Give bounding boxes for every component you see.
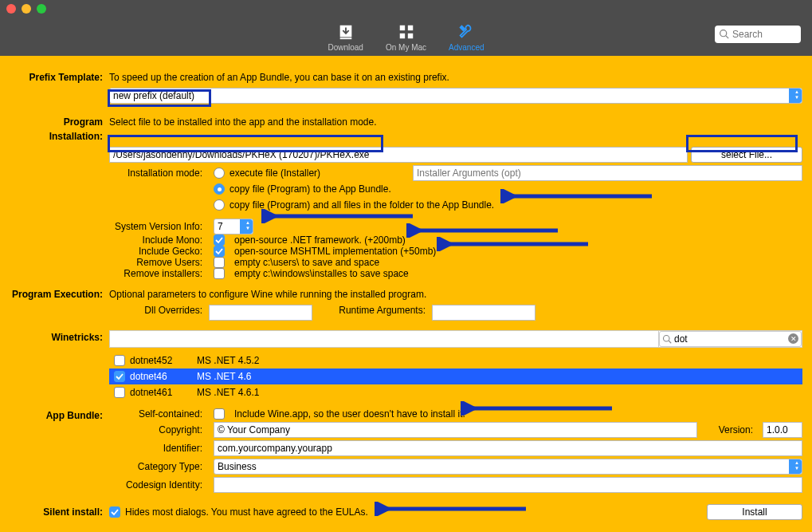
tab-on-my-mac-label: On My Mac	[386, 43, 426, 52]
identifier-label: Identifier:	[109, 443, 209, 454]
self-contained-label: Self-contained:	[109, 408, 209, 420]
winetricks-item-checkbox[interactable]	[114, 387, 125, 398]
grid-icon	[397, 22, 416, 41]
tab-download-label: Download	[328, 43, 363, 52]
toolbar: Download On My Mac Advanced	[0, 18, 812, 56]
window-titlebar	[0, 0, 812, 18]
mode-execute-radio[interactable]	[214, 167, 225, 179]
search-icon	[719, 29, 729, 39]
installer-args-input	[413, 165, 802, 181]
silent-install-text: Hides most dialogs. You must have agreed…	[125, 506, 368, 518]
remove-users-checkbox[interactable]	[214, 257, 225, 268]
codesign-label: Codesign Identity:	[109, 479, 209, 491]
winetricks-id: dotnet46	[130, 371, 197, 382]
main-panel: Prefix Template: To speed up the creatio…	[0, 56, 812, 532]
list-item[interactable]: dotnet461 MS .NET 4.6.1	[109, 384, 802, 400]
program-installation-label: Program Installation:	[10, 115, 109, 144]
svg-rect-1	[339, 37, 351, 39]
copyright-label: Copyright:	[109, 424, 209, 435]
list-item[interactable]: dotnet452 MS .NET 4.5.2	[109, 353, 802, 368]
winetricks-label: Winetricks:	[10, 330, 109, 345]
include-mono-checkbox[interactable]	[214, 234, 225, 246]
winetricks-id: dotnet452	[130, 355, 197, 366]
prefix-hint: To speed up the creation of an App Bundl…	[109, 70, 802, 85]
svg-point-8	[664, 336, 670, 342]
remove-installers-checkbox[interactable]	[214, 268, 225, 279]
mode-copy-radio[interactable]	[214, 183, 225, 195]
copyright-input[interactable]	[214, 422, 697, 438]
remove-installers-text: empty c:\windows\installes to save space	[234, 268, 409, 279]
clear-search-icon[interactable]: ✕	[788, 333, 798, 344]
tab-on-my-mac[interactable]: On My Mac	[386, 22, 426, 52]
minimize-window-button[interactable]	[22, 4, 31, 14]
install-button[interactable]: Install	[707, 504, 802, 520]
runtime-args-input[interactable]	[432, 305, 535, 321]
mode-copy-all-radio[interactable]	[214, 199, 225, 211]
category-select[interactable]: Business	[214, 459, 802, 475]
svg-rect-2	[399, 25, 404, 30]
prefix-template-select[interactable]: new prefix (default)	[109, 88, 802, 104]
mode-copy-all-label: copy file (Program) and all files in the…	[229, 199, 494, 211]
include-gecko-text: open-source MSHTML implementation (+50mb…	[234, 246, 436, 257]
include-gecko-label: Include Gecko:	[109, 246, 209, 257]
app-bundle-label: App Bundle:	[10, 408, 109, 423]
remove-users-text: empty c:\users\ to save and space	[234, 257, 379, 268]
mode-copy-label: copy file (Program) to the App Bundle.	[229, 183, 391, 195]
version-label: Version:	[702, 424, 758, 435]
tab-download[interactable]: Download	[328, 22, 363, 52]
download-icon	[336, 22, 355, 41]
prefix-template-label: Prefix Template:	[10, 70, 109, 85]
svg-rect-3	[407, 25, 412, 30]
winetricks-name: MS .NET 4.5.2	[197, 355, 259, 366]
category-label: Category Type:	[109, 461, 209, 472]
winetricks-items: dotnet452 MS .NET 4.5.2 dotnet46 MS .NET…	[109, 353, 802, 400]
svg-line-7	[726, 36, 728, 38]
self-contained-text: Include Wine.app, so the user doesn't ha…	[234, 408, 465, 420]
winetricks-name: MS .NET 4.6.1	[197, 387, 259, 398]
svg-line-9	[669, 341, 671, 343]
winetricks-item-checkbox[interactable]	[114, 355, 125, 366]
svg-point-6	[720, 30, 727, 37]
include-mono-text: open-source .NET framework. (+200mb)	[234, 234, 406, 246]
select-file-button[interactable]: select File...	[691, 147, 802, 163]
include-gecko-checkbox[interactable]	[214, 246, 225, 257]
version-input[interactable]	[763, 422, 802, 438]
system-version-select[interactable]: 7	[214, 219, 253, 234]
svg-rect-5	[407, 33, 412, 37]
winetricks-item-checkbox[interactable]	[114, 371, 125, 382]
silent-install-checkbox[interactable]	[109, 506, 120, 518]
winetricks-listbox: ✕	[109, 330, 802, 348]
installation-mode-label: Installation mode:	[109, 166, 209, 180]
program-execution-label: Program Execution:	[10, 287, 109, 301]
winetricks-name: MS .NET 4.6	[197, 371, 251, 382]
tab-advanced[interactable]: Advanced	[449, 22, 484, 52]
install-hint: Select file to be installed into the app…	[109, 115, 802, 129]
system-version-label: System Version Info:	[109, 221, 209, 232]
tab-advanced-label: Advanced	[449, 43, 484, 52]
install-path-input[interactable]	[109, 147, 688, 163]
winetricks-search-input[interactable]	[659, 331, 802, 347]
tools-icon	[457, 22, 476, 41]
include-mono-label: Include Mono:	[109, 234, 209, 246]
remove-installers-label: Remove installers:	[109, 268, 209, 279]
silent-install-label: Silent install:	[10, 505, 109, 519]
self-contained-checkbox[interactable]	[214, 408, 225, 420]
winetricks-id: dotnet461	[130, 387, 197, 398]
close-window-button[interactable]	[6, 4, 16, 14]
list-item[interactable]: dotnet46 MS .NET 4.6	[109, 368, 802, 384]
codesign-input[interactable]	[214, 477, 802, 493]
zoom-window-button[interactable]	[37, 4, 46, 14]
search-field-wrap	[715, 26, 801, 43]
identifier-input[interactable]	[214, 440, 802, 456]
dll-overrides-label: Dll Overrides:	[109, 305, 209, 316]
remove-users-label: Remove Users:	[109, 257, 209, 268]
exec-hint: Optional parameters to configure Wine wh…	[109, 287, 802, 301]
svg-rect-4	[399, 33, 404, 37]
search-icon	[662, 334, 672, 344]
runtime-args-label: Runtime Arguments:	[312, 305, 432, 316]
mode-execute-label: execute file (Installer)	[229, 167, 413, 179]
dll-overrides-input[interactable]	[209, 305, 312, 321]
